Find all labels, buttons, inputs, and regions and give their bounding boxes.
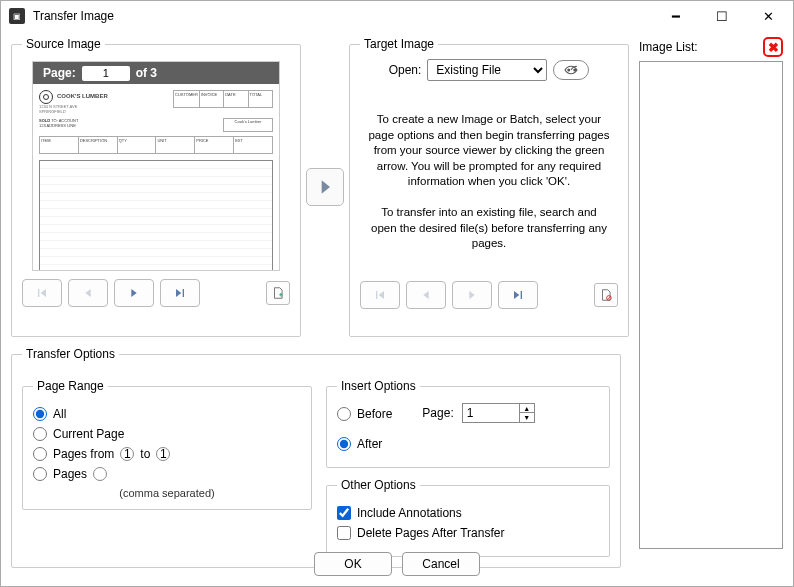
cancel-button[interactable]: Cancel [402, 552, 480, 576]
image-list-label: Image List: [639, 40, 763, 54]
check-include-annotations[interactable] [337, 506, 351, 520]
radio-after[interactable] [337, 437, 351, 451]
label-after: After [357, 437, 382, 451]
other-legend: Other Options [337, 478, 420, 492]
page-range-group: Page Range All Current Page Pages from t… [22, 379, 312, 510]
target-message-1: To create a new Image or Batch, select y… [368, 112, 610, 190]
browse-button[interactable] [553, 60, 589, 80]
of-label: of [136, 66, 147, 80]
label-current: Current Page [53, 427, 124, 441]
target-prev-button[interactable] [406, 281, 446, 309]
check-delete-after[interactable] [337, 526, 351, 540]
radio-before[interactable] [337, 407, 351, 421]
insert-legend: Insert Options [337, 379, 420, 393]
app-icon: ▣ [9, 8, 25, 24]
source-legend: Source Image [22, 37, 105, 51]
transfer-arrow-button[interactable] [306, 168, 344, 206]
window-title: Transfer Image [33, 9, 653, 23]
target-message-2: To transfer into an existing file, searc… [368, 205, 610, 252]
svg-point-1 [574, 69, 577, 72]
spin-up[interactable]: ▲ [520, 404, 534, 413]
radio-pages-from[interactable] [33, 447, 47, 461]
prev-page-button[interactable] [68, 279, 108, 307]
image-list[interactable] [639, 61, 783, 549]
radio-pages[interactable] [33, 467, 47, 481]
pages-to-input[interactable] [156, 447, 170, 461]
transfer-options-legend: Transfer Options [22, 347, 119, 361]
other-options-group: Other Options Include Annotations Delete… [326, 478, 610, 557]
pages-from-input[interactable] [120, 447, 134, 461]
page-number: 1 [82, 66, 130, 81]
open-select[interactable]: Existing File [427, 59, 547, 81]
spin-down[interactable]: ▼ [520, 413, 534, 422]
remove-page-button[interactable] [594, 283, 618, 307]
source-image-group: Source Image Page: 1 of 3 COOK'S LUMBER1… [11, 37, 301, 337]
target-last-button[interactable] [498, 281, 538, 309]
insert-page-label: Page: [422, 406, 453, 420]
ok-button[interactable]: OK [314, 552, 392, 576]
target-first-button[interactable] [360, 281, 400, 309]
insert-page-input[interactable] [463, 404, 519, 422]
maximize-button[interactable]: ☐ [699, 2, 745, 30]
first-page-button[interactable] [22, 279, 62, 307]
last-page-button[interactable] [160, 279, 200, 307]
radio-current[interactable] [33, 427, 47, 441]
page-label: Page: [43, 66, 76, 80]
label-pages-from: Pages from [53, 447, 114, 461]
transfer-options-group: Transfer Options Page Range All Current … [11, 347, 621, 568]
target-legend: Target Image [360, 37, 438, 51]
label-before: Before [357, 407, 392, 421]
label-include-ann: Include Annotations [357, 506, 462, 520]
next-page-button[interactable] [114, 279, 154, 307]
insert-options-group: Insert Options Before After Page: ▲▼ [326, 379, 610, 468]
open-label: Open: [389, 63, 422, 77]
label-pages: Pages [53, 467, 87, 481]
minimize-button[interactable]: ━ [653, 2, 699, 30]
total-pages: 3 [150, 66, 157, 80]
svg-point-0 [568, 69, 571, 72]
label-delete-after: Delete Pages After Transfer [357, 526, 504, 540]
pages-input[interactable] [93, 467, 107, 481]
pages-hint: (comma separated) [33, 487, 301, 499]
clear-list-button[interactable]: ✖ [763, 37, 783, 57]
add-page-button[interactable] [266, 281, 290, 305]
target-next-button[interactable] [452, 281, 492, 309]
doc-title: COOK'S LUMBER [57, 93, 108, 99]
target-image-group: Target Image Open: Existing File To crea… [349, 37, 629, 337]
radio-all[interactable] [33, 407, 47, 421]
label-all: All [53, 407, 66, 421]
source-preview: Page: 1 of 3 COOK'S LUMBER1234 N STREET … [32, 61, 280, 271]
close-button[interactable]: ✕ [745, 2, 791, 30]
label-to: to [140, 447, 150, 461]
page-range-legend: Page Range [33, 379, 108, 393]
